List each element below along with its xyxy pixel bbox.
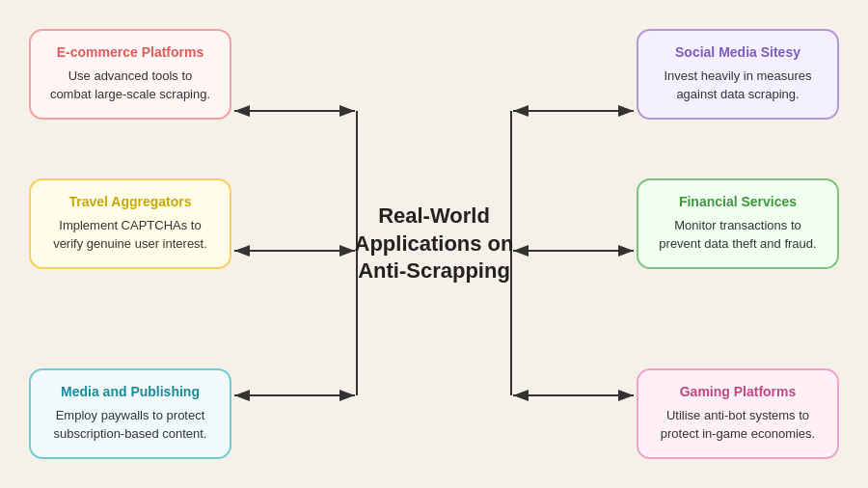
financial-body: Monitor transactions to prevent data the… bbox=[654, 217, 822, 254]
social-body: Invest heavily in measures against data … bbox=[654, 68, 822, 104]
media-body: Employ paywalls to protect subscription-… bbox=[46, 407, 214, 444]
social-card: Social Media Sitesy Invest heavily in me… bbox=[637, 29, 839, 120]
travel-title: Travel Aggregators bbox=[46, 194, 214, 209]
gaming-title: Gaming Platforms bbox=[654, 384, 822, 399]
ecommerce-body: Use advanced tools to combat large-scale… bbox=[46, 68, 214, 104]
financial-card: Financial Services Monitor transactions … bbox=[637, 178, 839, 269]
center-title: Real-World Applications on Anti-Scrappin… bbox=[338, 203, 530, 285]
media-title: Media and Publishing bbox=[46, 384, 214, 399]
media-card: Media and Publishing Employ paywalls to … bbox=[29, 368, 231, 459]
financial-title: Financial Services bbox=[654, 194, 822, 209]
gaming-card: Gaming Platforms Utilise anti-bot system… bbox=[637, 368, 839, 459]
ecommerce-title: E-commerce Platforms bbox=[46, 44, 214, 60]
diagram: E-commerce Platforms Use advanced tools … bbox=[0, 0, 868, 488]
travel-body: Implement CAPTCHAs to verify genuine use… bbox=[46, 217, 214, 254]
ecommerce-card: E-commerce Platforms Use advanced tools … bbox=[29, 29, 231, 120]
travel-card: Travel Aggregators Implement CAPTCHAs to… bbox=[29, 178, 231, 269]
social-title: Social Media Sitesy bbox=[654, 44, 822, 60]
center-label: Real-World Applications on Anti-Scrappin… bbox=[338, 203, 530, 285]
gaming-body: Utilise anti-bot systems to protect in-g… bbox=[654, 407, 822, 444]
